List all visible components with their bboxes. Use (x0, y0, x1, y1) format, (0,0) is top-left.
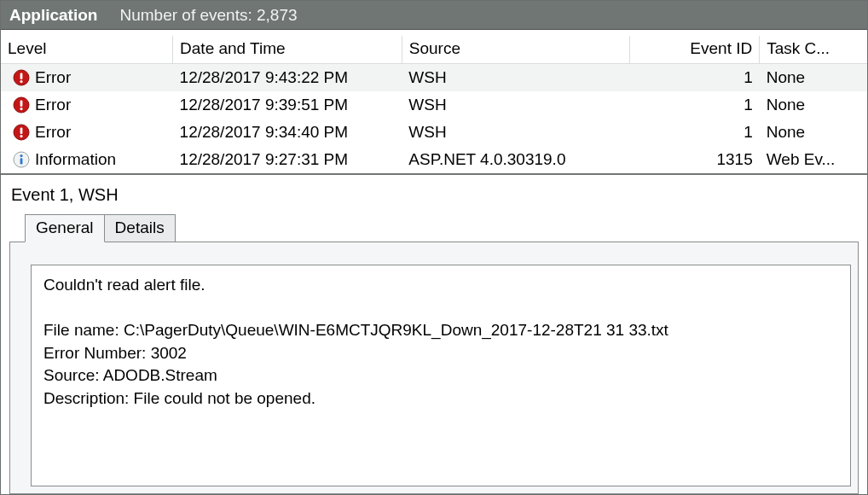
event-grid-pane: Level Date and Time Source Event ID Task… (1, 30, 867, 175)
table-row[interactable]: Error12/28/2017 9:43:22 PMWSH1None (1, 64, 867, 92)
cell-source: WSH (402, 119, 629, 146)
detail-tabstrip: General Details (9, 213, 859, 242)
cell-eventid: 1315 (629, 146, 760, 173)
col-header-eventid[interactable]: Event ID (629, 36, 760, 64)
cell-task: None (760, 119, 867, 146)
event-count: Number of events: 2,873 (119, 6, 297, 25)
col-header-source[interactable]: Source (402, 36, 629, 64)
level-label: Error (35, 68, 71, 87)
cell-source: ASP.NET 4.0.30319.0 (402, 146, 629, 173)
col-header-level[interactable]: Level (1, 36, 173, 64)
cell-date: 12/28/2017 9:34:40 PM (173, 119, 402, 146)
table-row[interactable]: Error12/28/2017 9:39:51 PMWSH1None (1, 91, 867, 119)
tab-general[interactable]: General (25, 214, 105, 242)
tab-details[interactable]: Details (104, 214, 176, 242)
event-detail-pane: Event 1, WSH General Details Couldn't re… (1, 175, 867, 494)
table-row[interactable]: Information12/28/2017 9:27:31 PMASP.NET … (1, 146, 867, 173)
event-grid-header-row[interactable]: Level Date and Time Source Event ID Task… (1, 36, 867, 64)
cell-date: 12/28/2017 9:39:51 PM (173, 91, 402, 119)
cell-task: None (760, 91, 867, 119)
cell-date: 12/28/2017 9:27:31 PM (173, 146, 402, 173)
cell-date: 12/28/2017 9:43:22 PM (173, 64, 402, 92)
error-icon (13, 124, 30, 141)
level-label: Information (35, 150, 116, 169)
error-icon (13, 96, 30, 114)
cell-source: WSH (402, 91, 629, 119)
cell-source: WSH (402, 64, 629, 92)
log-name: Application (9, 6, 97, 25)
event-grid[interactable]: Level Date and Time Source Event ID Task… (1, 36, 867, 173)
cell-task: None (760, 64, 867, 92)
tab-body-general: Couldn't read alert file. File name: C:\… (9, 242, 859, 494)
table-row[interactable]: Error12/28/2017 9:34:40 PMWSH1None (1, 119, 867, 146)
cell-task: Web Ev... (760, 146, 867, 173)
col-header-date[interactable]: Date and Time (173, 36, 402, 64)
cell-eventid: 1 (629, 119, 760, 146)
event-message[interactable]: Couldn't read alert file. File name: C:\… (31, 265, 851, 486)
col-header-task[interactable]: Task C... (760, 36, 867, 64)
error-icon (13, 69, 30, 86)
level-label: Error (35, 96, 71, 114)
cell-eventid: 1 (629, 91, 760, 119)
information-icon (13, 151, 30, 168)
cell-eventid: 1 (629, 64, 760, 92)
event-viewer-pane: Application Number of events: 2,873 Leve… (0, 0, 868, 495)
level-label: Error (35, 123, 71, 142)
title-bar: Application Number of events: 2,873 (1, 1, 867, 30)
event-detail-title: Event 1, WSH (11, 185, 859, 205)
